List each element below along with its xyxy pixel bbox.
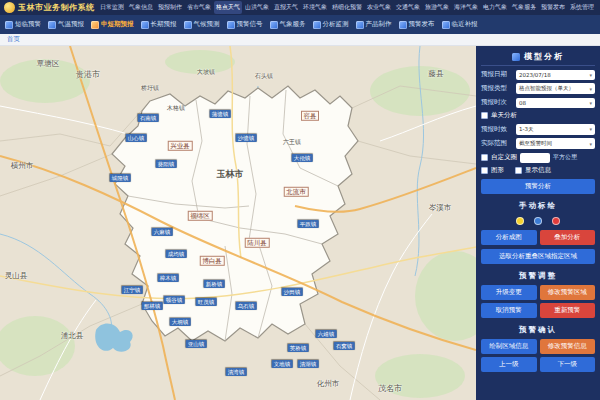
map-town-label: 平政镇: [298, 220, 319, 228]
forecast-hour-select[interactable]: 08 ▾: [516, 98, 595, 108]
custom-area-checkbox[interactable]: [481, 154, 488, 161]
select-overlap-area-button[interactable]: 选取分析重叠区域指定区域: [481, 249, 595, 264]
re-warning-button[interactable]: 重新预警: [540, 303, 596, 318]
map-town-label: 清湖镇: [298, 360, 319, 368]
map-town-label: 成均镇: [166, 250, 187, 258]
nav-item-8[interactable]: 精细化预警: [330, 1, 364, 14]
single-day-checkbox[interactable]: [481, 112, 488, 119]
next-level-button[interactable]: 下一级: [540, 357, 596, 372]
map-town-label: 清湾镇: [226, 368, 247, 376]
overlay-analysis-button[interactable]: 叠加分析: [540, 230, 596, 245]
tab-8[interactable]: 产品制作: [356, 20, 392, 29]
map-town-label: 大伦镇: [292, 154, 313, 162]
forecast-hour-label: 预报时次: [481, 98, 513, 107]
graphic-label: 图形: [491, 166, 504, 175]
forecast-date-input[interactable]: 2023/07/18 ▾: [516, 70, 595, 80]
single-day-row: 单天分析: [481, 111, 595, 120]
app-title: 玉林市业务制作系统: [18, 2, 95, 13]
tab-7[interactable]: 分析监测: [313, 20, 349, 29]
tab-5[interactable]: 预警信号: [227, 20, 263, 29]
nav-item-9[interactable]: 农业气象: [365, 1, 393, 14]
custom-area-label: 自定义圈: [491, 153, 517, 162]
custom-area-input[interactable]: [520, 153, 550, 163]
nav-item-12[interactable]: 海洋气象: [452, 1, 480, 14]
graphic-checkbox[interactable]: [481, 167, 488, 174]
nav-item-3[interactable]: 省市气象: [185, 1, 213, 14]
cancel-warning-button[interactable]: 取消预警: [481, 303, 537, 318]
tab-icon: [184, 21, 192, 29]
tab-icon: [442, 21, 450, 29]
nav-item-11[interactable]: 旅游气象: [423, 1, 451, 14]
show-info-checkbox[interactable]: [515, 167, 522, 174]
tab-icon: [399, 21, 407, 29]
tab-label: 长期预报: [151, 20, 177, 29]
map-county-label: 北流市: [284, 187, 309, 197]
nav-item-6[interactable]: 直报天气: [272, 1, 300, 14]
modify-warning-info-button[interactable]: 修改预警信息: [540, 339, 596, 354]
nav-item-7[interactable]: 环境气象: [301, 1, 329, 14]
tab-2[interactable]: 中短期预报: [91, 20, 134, 29]
nav-item-5[interactable]: 山洪气象: [243, 1, 271, 14]
map-town-label: 蒲塘镇: [210, 110, 231, 118]
map-town-label: 顿谷镇: [164, 296, 185, 304]
analysis-to-image-button[interactable]: 分析成图: [481, 230, 537, 245]
forecast-hour-row: 预报时次 08 ▾: [481, 98, 595, 108]
range-select[interactable]: 截至预警时间 ▾: [516, 138, 595, 149]
tab-10[interactable]: 临近补报: [442, 20, 478, 29]
chevron-down-icon: ▾: [589, 100, 592, 106]
warning-analysis-button[interactable]: 预警分析: [481, 179, 595, 194]
forecast-type-row: 预报类型 格点智能预报（单天） ▾: [481, 83, 595, 94]
map-county-label: 福绵区: [188, 211, 213, 221]
map-county-label: 容县: [301, 111, 319, 121]
tab-label: 产品制作: [366, 20, 392, 29]
manual-buttons: 分析成图叠加分析: [481, 230, 595, 245]
tab-3[interactable]: 长期预报: [141, 20, 177, 29]
map-town-label: 亚山镇: [186, 340, 207, 348]
modify-warning-area-button[interactable]: 修改预警区域: [540, 285, 596, 300]
map-area[interactable]: 覃塘区贵港市桥圩镇木格镇大坡镇石头镇六王镇横州市灵山县浦北县茂名市化州市岑溪市藤…: [0, 46, 476, 400]
draw-color-blue[interactable]: [534, 217, 542, 225]
tab-icon: [5, 21, 13, 29]
tab-0[interactable]: 短临预警: [5, 20, 41, 29]
tab-icon: [141, 21, 149, 29]
main-content: 覃塘区贵港市桥圩镇木格镇大坡镇石头镇六王镇横州市灵山县浦北县茂名市化州市岑溪市藤…: [0, 46, 600, 400]
tab-6[interactable]: 气象服务: [270, 20, 306, 29]
forecast-hour-value: 08: [519, 100, 526, 106]
map-town-label: 英桥镇: [288, 344, 309, 352]
map-town-label: 江宁镇: [122, 286, 143, 294]
display-options-row: 图形 显示信息: [481, 166, 595, 175]
validity-select[interactable]: 1-3天 ▾: [516, 124, 595, 135]
tab-9[interactable]: 预警发布: [399, 20, 435, 29]
tab-4[interactable]: 气候预测: [184, 20, 220, 29]
tab-icon: [91, 21, 99, 29]
map-county-label: 博白县: [200, 256, 225, 266]
tab-icon: [227, 21, 235, 29]
breadcrumb[interactable]: 首页: [7, 35, 20, 44]
nav-item-2[interactable]: 预报制作: [156, 1, 184, 14]
top-nav: 日常监测气象信息预报制作省市气象格点天气山洪气象直报天气环境气象精细化预警农业气…: [98, 1, 596, 14]
prev-level-button[interactable]: 上一级: [481, 357, 537, 372]
nav-item-0[interactable]: 日常监测: [98, 1, 126, 14]
draw-area-info-button[interactable]: 绘制区域信息: [481, 339, 537, 354]
nav-item-14[interactable]: 气象服务: [510, 1, 538, 14]
nav-item-13[interactable]: 电力气象: [481, 1, 509, 14]
tab-1[interactable]: 气温预报: [48, 20, 84, 29]
upgrade-change-button[interactable]: 升级变更: [481, 285, 537, 300]
map-town-label: 沙田镇: [282, 288, 303, 296]
draw-color-red[interactable]: [552, 217, 560, 225]
forecast-type-select[interactable]: 格点智能预报（单天） ▾: [516, 83, 595, 94]
tab-label: 分析监测: [323, 20, 349, 29]
forecast-date-row: 预报日期 2023/07/18 ▾: [481, 70, 595, 80]
nav-item-16[interactable]: 系统管理: [568, 1, 596, 14]
map-town-label: 六靖镇: [316, 330, 337, 338]
map-town-label: 葵阳镇: [156, 160, 177, 168]
nav-item-10[interactable]: 交通气象: [394, 1, 422, 14]
draw-color-yellow[interactable]: [516, 217, 524, 225]
nav-item-4[interactable]: 格点天气: [214, 1, 242, 14]
warning-confirm-section-title: 预警确认: [481, 325, 595, 335]
nav-item-1[interactable]: 气象信息: [127, 1, 155, 14]
nav-item-15[interactable]: 预警发布: [539, 1, 567, 14]
tab-label: 气温预报: [58, 20, 84, 29]
chevron-down-icon: ▾: [589, 86, 592, 92]
tab-icon: [48, 21, 56, 29]
